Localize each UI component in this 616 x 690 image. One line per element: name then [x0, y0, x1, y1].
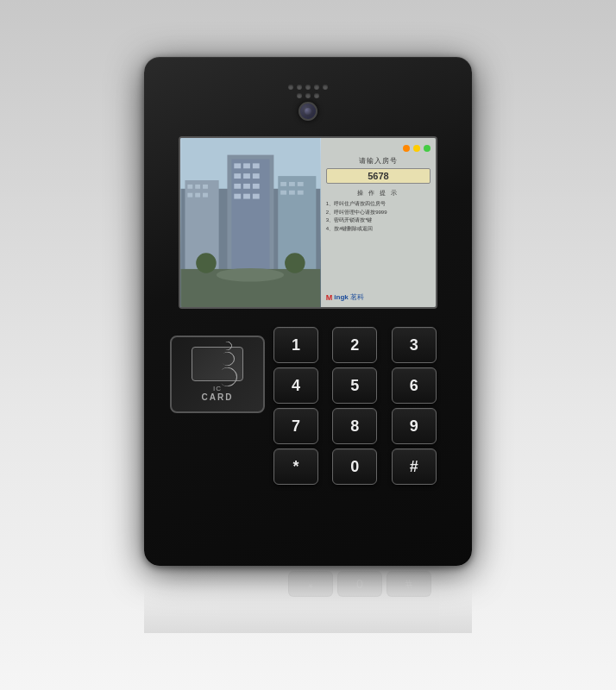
svg-rect-21 — [195, 193, 200, 198]
keypad: 1 2 3 4 5 6 7 8 9 * 0 # — [273, 327, 446, 485]
reflection-key-0: 0 — [337, 571, 382, 597]
ir-leds — [287, 85, 329, 98]
svg-rect-22 — [203, 193, 208, 198]
svg-point-31 — [217, 268, 284, 282]
svg-rect-20 — [187, 193, 192, 198]
svg-rect-27 — [280, 191, 286, 195]
camera-area — [170, 78, 446, 126]
intercom-device: 请输入房号 5678 操 作 提 示 1、呼叫住户请按四位房号 2、呼叫管理中心… — [144, 57, 472, 566]
building-scene — [180, 138, 321, 307]
hint-2: 2、呼叫管理中心请按9999 — [326, 209, 431, 217]
hint-3: 3、密码开锁请按*键 — [326, 216, 431, 225]
input-prompt-label: 请输入房号 — [326, 156, 431, 166]
led-7 — [305, 93, 311, 98]
led-6 — [297, 93, 302, 98]
key-star[interactable]: * — [273, 448, 318, 485]
camera-lens — [299, 102, 317, 121]
rfid-waves — [218, 342, 237, 386]
svg-rect-10 — [234, 184, 241, 189]
key-hash[interactable]: # — [392, 448, 437, 485]
svg-rect-12 — [253, 184, 260, 189]
svg-rect-11 — [243, 184, 250, 189]
key-4[interactable]: 4 — [273, 367, 318, 404]
svg-rect-25 — [289, 182, 295, 186]
svg-rect-18 — [195, 185, 200, 189]
reflection-key-hash: # — [387, 571, 431, 597]
key-9[interactable]: 9 — [392, 408, 437, 444]
key-0[interactable]: 0 — [332, 448, 377, 485]
brand-name: ingk — [334, 293, 348, 301]
reflection-key-star: * — [288, 571, 333, 597]
svg-rect-6 — [253, 163, 260, 168]
svg-rect-4 — [234, 163, 241, 168]
wave-2 — [218, 349, 238, 369]
led-1 — [288, 85, 293, 90]
wave-3 — [214, 363, 241, 390]
key-3[interactable]: 3 — [392, 327, 437, 363]
svg-rect-26 — [298, 182, 304, 186]
card-icon — [192, 347, 243, 381]
led-4 — [314, 85, 319, 90]
led-8 — [314, 93, 319, 98]
svg-rect-17 — [187, 185, 192, 189]
card-reader[interactable]: IC CARD — [170, 336, 265, 413]
device-reflection: * 0 # — [144, 564, 472, 633]
svg-rect-8 — [243, 173, 250, 179]
card-label-area: IC CARD — [202, 385, 234, 402]
status-dot-1 — [403, 145, 410, 152]
screen-info-panel: 请输入房号 5678 操 作 提 示 1、呼叫住户请按四位房号 2、呼叫管理中心… — [321, 138, 436, 307]
svg-rect-14 — [243, 194, 250, 199]
led-5 — [323, 85, 328, 90]
key-7[interactable]: 7 — [273, 408, 318, 444]
status-dots — [326, 145, 431, 152]
led-2 — [297, 85, 302, 90]
hint-title: 操 作 提 示 — [326, 189, 431, 198]
svg-rect-24 — [280, 182, 286, 186]
hint-4: 4、按#键删除或返回 — [326, 225, 431, 234]
camera-module — [278, 81, 338, 124]
wave-1 — [222, 340, 234, 352]
display-screen: 请输入房号 5678 操 作 提 示 1、呼叫住户请按四位房号 2、呼叫管理中心… — [179, 136, 437, 309]
hint-items: 1、呼叫住户请按四位房号 2、呼叫管理中心请按9999 3、密码开锁请按*键 4… — [326, 200, 431, 233]
device-wrapper: 请输入房号 5678 操 作 提 示 1、呼叫住户请按四位房号 2、呼叫管理中心… — [144, 57, 472, 633]
svg-rect-5 — [243, 163, 250, 168]
reflection-keypad: * 0 # — [288, 571, 431, 597]
svg-rect-19 — [203, 185, 208, 189]
bottom-section: IC CARD 1 2 3 4 5 6 7 8 9 * 0 # — [170, 327, 446, 485]
svg-point-33 — [285, 253, 305, 273]
brand-chinese: 茗科 — [350, 292, 364, 302]
key-6[interactable]: 6 — [392, 367, 437, 404]
svg-rect-7 — [234, 173, 241, 179]
svg-rect-13 — [234, 194, 241, 199]
svg-rect-29 — [298, 191, 304, 195]
svg-rect-15 — [253, 194, 260, 199]
card-label: CARD — [202, 392, 234, 402]
svg-rect-9 — [253, 173, 260, 179]
key-2[interactable]: 2 — [332, 327, 377, 363]
camera-preview — [180, 138, 321, 307]
key-1[interactable]: 1 — [273, 327, 318, 363]
key-5[interactable]: 5 — [332, 367, 377, 404]
svg-point-32 — [196, 253, 217, 273]
led-3 — [305, 85, 311, 90]
brand-logo-letter: M — [326, 293, 333, 302]
svg-rect-28 — [289, 191, 295, 195]
status-dot-2 — [413, 145, 420, 152]
status-dot-3 — [424, 145, 431, 152]
hint-1: 1、呼叫住户请按四位房号 — [326, 200, 431, 209]
brand-logo-area: M ingk 茗科 — [326, 292, 431, 302]
key-8[interactable]: 8 — [332, 408, 377, 444]
input-value-display: 5678 — [326, 168, 431, 184]
